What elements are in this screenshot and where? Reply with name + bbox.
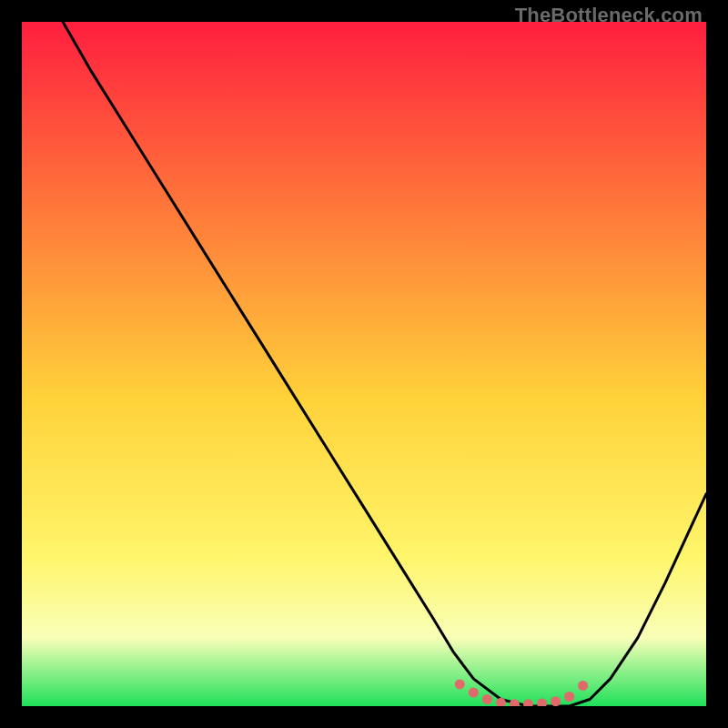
optimal-marker <box>482 694 492 704</box>
optimal-marker <box>455 679 465 689</box>
optimal-marker <box>578 681 588 691</box>
watermark-text: TheBottleneck.com <box>515 4 703 27</box>
optimal-marker <box>551 696 561 706</box>
chart-svg <box>22 22 706 706</box>
optimal-marker <box>564 692 574 702</box>
chart-frame <box>22 22 706 706</box>
optimal-marker <box>469 688 479 698</box>
